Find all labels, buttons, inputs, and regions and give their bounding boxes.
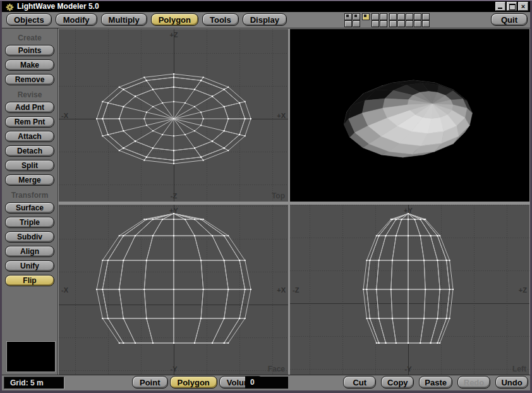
axis-label-left-face: -X [61,286,69,294]
viewport-layout-preset-top-5[interactable] [380,13,387,20]
selection-mode-group: PointPolygonVolume [132,376,263,389]
sidebar-button-align[interactable]: Align [5,246,54,257]
axis-label-left-left: -Z [293,286,299,294]
mode-button-point[interactable]: Point [132,376,168,389]
viewport-layout-preset-bottom-2[interactable] [353,20,360,27]
sidebar-button-split[interactable]: Split [5,160,54,171]
view-name-label-face: Face [268,365,286,373]
preset-row-bottom [344,20,430,27]
app-logo-icon [6,3,14,11]
menu-item-modify[interactable]: Modify [56,13,97,26]
mode-button-polygon[interactable]: Polygon [170,376,217,389]
section-title-revise: Revise [2,90,57,99]
axis-label-right-face: +X [277,286,286,294]
viewport-layout-preset-top-1[interactable] [344,13,352,20]
grid-size-display: Grid: 5 m [4,377,64,389]
sidebar-button-surface[interactable]: Surface [5,202,54,214]
viewport-layout-preset-bottom-10[interactable] [422,20,430,27]
viewport-layout-preset-bottom-1[interactable] [344,20,352,27]
edit-button-redo[interactable]: Redo [457,376,490,389]
viewport-layout-preset-bottom-7[interactable] [397,20,405,27]
sidebar-button-unify[interactable]: Unify [5,260,54,272]
viewport-layout-preset-top-2[interactable] [353,13,360,20]
viewport-layout-preset-top-7[interactable] [397,13,405,20]
edit-buttons-group: CutCopyPasteRedoUndo [343,376,528,389]
view-name-label-left: Left [512,365,526,373]
viewport-layout-preset-bottom-4[interactable] [372,20,379,27]
axis-label-top-left: +Y [404,207,413,214]
viewport-layout-preset-bottom-6[interactable] [389,20,397,27]
axis-label-right-top: +X [277,112,286,119]
menu-item-polygon[interactable]: Polygon [151,13,198,26]
close-button[interactable] [518,2,528,11]
window-controls [495,2,528,11]
window-border-highlight [0,0,532,1]
minimize-icon [498,8,502,9]
viewport-layout-preset-bottom-9[interactable] [414,20,421,27]
mini-preview-box [6,341,56,372]
maximize-button[interactable] [507,2,517,11]
preset-row-top [344,13,430,20]
sidebar-button-make[interactable]: Make [5,59,54,71]
sidebar-button-remove[interactable]: Remove [5,74,54,85]
edit-button-cut[interactable]: Cut [343,376,376,389]
menu-item-tools[interactable]: Tools [202,13,239,26]
close-icon [519,3,528,10]
axis-label-left-top: -X [61,112,69,119]
quit-button[interactable]: Quit [491,13,528,26]
sidebar-button-triple[interactable]: Triple [5,217,54,228]
axis-label-top-face: +Y [169,207,178,214]
edit-button-undo[interactable]: Undo [495,376,528,389]
sidebar-button-merge[interactable]: Merge [5,174,54,186]
lightwave-modeler-window: { "window": { "title": "LightWave Modele… [0,0,532,393]
section-title-transform: Transform [2,191,57,200]
viewport-top[interactable]: +Z-Z-X+XTop [59,29,288,202]
sidebar-button-rem-pnt[interactable]: Rem Pnt [5,116,54,128]
menu-bar: ObjectsModifyMultiplyPolygonToolsDisplay… [2,12,530,28]
viewport-layout-preset-bottom-5[interactable] [380,20,387,27]
sidebar-button-attach[interactable]: Attach [5,131,54,142]
sidebar-button-flip[interactable]: Flip [5,275,54,286]
edit-button-copy[interactable]: Copy [381,376,414,389]
sidebar-button-detach[interactable]: Detach [5,145,54,157]
window-title: LightWave Modeler 5.0 [17,2,99,11]
sidebar-button-points[interactable]: Points [5,45,54,56]
viewport-layout-preset-top-8[interactable] [406,13,413,20]
tool-sidebar: CreatePointsMakeRemoveReviseAdd PntRem P… [2,28,58,375]
axis-label-top-top: +Z [169,31,178,39]
viewport-preview[interactable] [290,29,529,202]
viewport-layout-preset-top-3[interactable] [362,13,370,20]
edit-button-paste[interactable]: Paste [419,376,452,389]
menu-item-objects[interactable]: Objects [6,13,52,26]
menu-items: ObjectsModifyMultiplyPolygonToolsDisplay [6,13,287,26]
menu-item-multiply[interactable]: Multiply [101,13,147,26]
axis-label-bottom-left: -Y [405,365,413,373]
sidebar-button-add-pnt[interactable]: Add Pnt [5,102,54,113]
viewport-layout-presets [344,13,430,27]
view-name-label-top: Top [272,191,285,200]
viewport-left[interactable]: +Y-Y-Z+ZLeft [290,205,529,375]
viewport-layout-preset-top-10[interactable] [422,13,430,20]
sidebar-button-subdiv[interactable]: Subdiv [5,231,54,243]
status-bar: Grid: 5 m PointPolygonVolume 0 CutCopyPa… [2,375,530,390]
selection-counter-field[interactable]: 0 [245,377,288,389]
section-title-create: Create [2,33,57,42]
axis-label-bottom-face: -Y [171,365,178,373]
maximize-icon [509,4,516,10]
axis-label-bottom-top: -Z [171,192,178,200]
viewport-layout-preset-top-6[interactable] [389,13,397,20]
viewport-face[interactable]: +Y-Y-X+XFace [59,205,288,375]
viewport-layout-preset-top-9[interactable] [414,13,421,20]
viewport-area: +Z-Z-X+XTop+Y-Y-X+XFace+Y-Y-Z+ZLeft [58,28,530,375]
viewport-layout-preset-top-4[interactable] [372,13,379,20]
minimize-button[interactable] [495,2,505,11]
menu-item-display[interactable]: Display [243,13,287,26]
viewport-layout-preset-bottom-8[interactable] [406,20,413,27]
title-bar[interactable]: LightWave Modeler 5.0 [2,1,530,12]
axis-label-right-left: +Z [519,286,527,294]
